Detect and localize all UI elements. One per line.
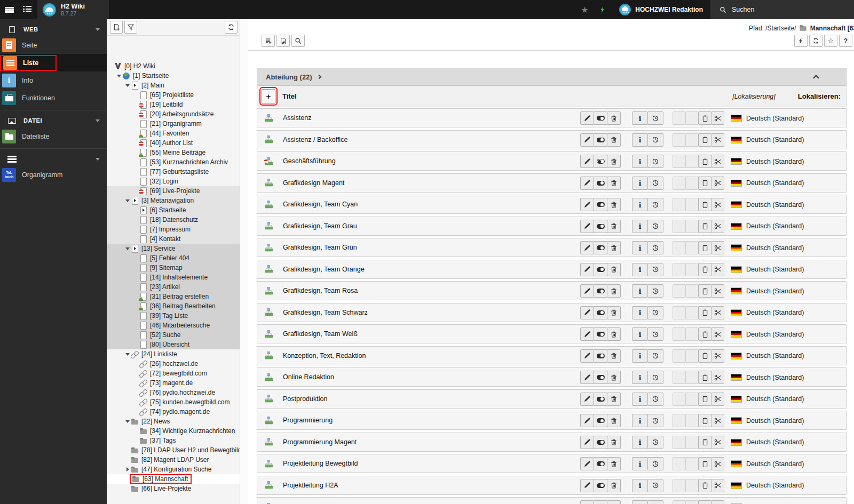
history-button[interactable]	[647, 457, 663, 470]
cut-button[interactable]	[711, 198, 724, 211]
tree-item[interactable]: [65] Projektliste	[107, 90, 240, 100]
tree-item[interactable]: [47] Konfiguration Suche	[107, 465, 240, 474]
tree-expand-caret[interactable]	[134, 294, 139, 299]
info-button[interactable]: i	[632, 133, 648, 147]
delete-button[interactable]	[607, 414, 621, 427]
tree-expand-caret[interactable]	[134, 218, 139, 222]
tree-expand-caret[interactable]	[134, 342, 139, 347]
info-button[interactable]: i	[632, 111, 648, 125]
visibility-toggle-button[interactable]	[594, 198, 607, 211]
history-button[interactable]	[647, 393, 663, 406]
history-button[interactable]	[647, 220, 663, 233]
paste-button[interactable]	[698, 479, 711, 492]
delete-button[interactable]	[607, 133, 621, 147]
tree-item[interactable]: [36] Beitrag Bearbeiten	[107, 301, 240, 311]
tree-expand-caret[interactable]	[125, 352, 130, 357]
tree-item[interactable]: [9] Sitemap	[107, 263, 240, 273]
history-button[interactable]	[647, 500, 663, 504]
paste-button[interactable]	[698, 133, 711, 147]
history-button[interactable]	[647, 133, 663, 147]
tree-expand-caret[interactable]	[134, 438, 139, 443]
cut-button[interactable]	[711, 457, 724, 470]
sidebar-item-dateiliste[interactable]: Dateiliste	[0, 127, 107, 145]
delete-button[interactable]	[607, 177, 621, 190]
record-title[interactable]: Programmierung Magent	[283, 438, 357, 446]
help-button[interactable]: ?	[839, 35, 852, 47]
tree-item[interactable]: [19] Leitbild	[107, 100, 240, 109]
filter-button[interactable]	[124, 21, 137, 34]
tree-item[interactable]: [73] magent.de	[107, 378, 240, 388]
tree-item[interactable]: [77] Geburtstagsliste	[107, 167, 240, 177]
tree-item[interactable]: [69] Live-Projekte	[107, 186, 240, 196]
record-title[interactable]: Postproduktion	[283, 395, 327, 403]
app-logo-block[interactable]: H2 Wiki 8.7.27	[37, 0, 109, 19]
tree-item[interactable]: [26] hochzwei.de	[107, 359, 240, 369]
tree-expand-caret[interactable]	[134, 314, 139, 318]
tree-item[interactable]: [37] Tags	[107, 436, 240, 445]
info-button[interactable]: i	[632, 414, 648, 427]
delete-button[interactable]	[607, 306, 621, 319]
tree-expand-caret[interactable]	[125, 419, 130, 424]
menu-toggle-button[interactable]	[0, 0, 18, 19]
paste-button[interactable]	[698, 241, 711, 254]
tree-expand-caret[interactable]	[134, 93, 139, 98]
history-button[interactable]	[647, 177, 663, 190]
cut-button[interactable]	[711, 327, 724, 341]
edit-button[interactable]	[580, 284, 594, 298]
tree-item[interactable]: [40] Author List	[107, 138, 240, 148]
paste-button[interactable]	[698, 393, 711, 406]
delete-button[interactable]	[607, 198, 621, 211]
edit-button[interactable]	[580, 327, 594, 341]
user-menu-button[interactable]: HOCHZWEI Redaktion	[612, 0, 710, 19]
sidebar-item-organigramm[interactable]: Tel.buch Organigramm	[0, 166, 107, 183]
tree-expand-caret[interactable]	[134, 323, 139, 328]
tree-expand-caret[interactable]	[134, 390, 139, 395]
record-title[interactable]: Grafikdesign, Team Weiß	[283, 330, 358, 338]
module-menu-button[interactable]	[18, 0, 36, 19]
delete-button[interactable]	[607, 111, 621, 125]
clear-cache-button[interactable]	[594, 0, 612, 19]
tree-expand-caret[interactable]	[134, 381, 139, 386]
record-title[interactable]: Grafikdesign Magent	[283, 179, 344, 187]
record-title[interactable]: Projektleitung H2A	[283, 482, 338, 489]
tree-expand-caret[interactable]	[134, 275, 139, 280]
tree-item[interactable]: [13] Service	[107, 244, 240, 253]
edit-button[interactable]	[580, 133, 594, 147]
tree-expand-caret[interactable]	[134, 160, 139, 165]
edit-button[interactable]	[580, 306, 594, 319]
history-button[interactable]	[647, 263, 663, 276]
tree-item[interactable]: [0] H2 Wiki	[107, 61, 240, 71]
record-title[interactable]: Grafikdesign, Team Cyan	[283, 201, 358, 208]
tree-item[interactable]: [4] Kontakt	[107, 234, 240, 244]
paste-button[interactable]	[698, 371, 711, 384]
paste-button[interactable]	[698, 349, 711, 363]
tree-item[interactable]: [53] Kurznachrichten Archiv	[107, 157, 240, 167]
paste-button[interactable]	[698, 284, 711, 298]
section-header-datei[interactable]: DATEI	[0, 114, 107, 127]
cut-button[interactable]	[711, 414, 724, 427]
tree-item[interactable]: [44] Favoriten	[107, 129, 240, 138]
info-button[interactable]: i	[632, 284, 648, 298]
record-title[interactable]: Grafikdesign, Team Grün	[283, 244, 357, 251]
edit-button[interactable]	[580, 371, 594, 384]
table-section-header[interactable]: Abteilung (22)	[257, 68, 847, 86]
history-button[interactable]	[647, 349, 663, 363]
tree-item[interactable]: [21] Organigramm	[107, 119, 240, 129]
edit-button[interactable]	[580, 393, 594, 406]
visibility-toggle-button[interactable]	[594, 414, 607, 427]
delete-button[interactable]	[607, 393, 621, 406]
bookmarks-button[interactable]: ★	[575, 0, 594, 19]
tree-item[interactable]: [3] Metanavigation	[107, 196, 240, 205]
tree-item[interactable]: [63] Mannschaft	[107, 474, 240, 484]
history-button[interactable]	[647, 414, 663, 427]
cut-button[interactable]	[711, 111, 724, 125]
tree-item[interactable]: [18] Datenschutz	[107, 215, 240, 225]
info-button[interactable]: i	[632, 241, 648, 254]
tree-expand-caret[interactable]	[134, 371, 139, 376]
visibility-toggle-button[interactable]	[594, 133, 607, 147]
visibility-toggle-button[interactable]	[594, 263, 607, 276]
visibility-toggle-button[interactable]	[594, 327, 607, 341]
cut-button[interactable]	[711, 371, 724, 384]
record-title[interactable]: Konzeption, Text, Redaktion	[283, 352, 366, 359]
tree-item[interactable]: [39] Tag Liste	[107, 311, 240, 321]
